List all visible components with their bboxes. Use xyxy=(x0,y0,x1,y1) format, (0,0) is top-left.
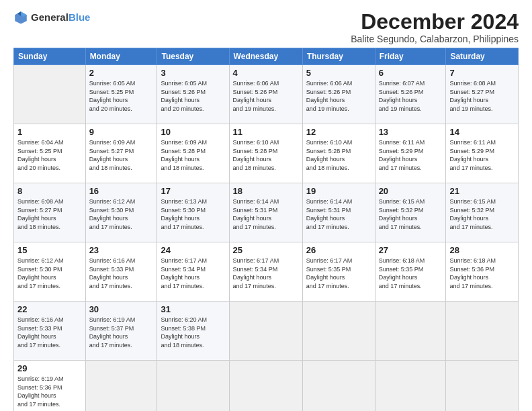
logo-blue: Blue xyxy=(69,12,91,24)
logo-icon xyxy=(13,10,28,25)
day-number: 1 xyxy=(17,127,82,137)
day-number: 31 xyxy=(161,304,225,314)
day-info: Sunrise: 6:09 AM Sunset: 5:27 PM Dayligh… xyxy=(89,138,154,172)
day-info: Sunrise: 6:18 AM Sunset: 5:35 PM Dayligh… xyxy=(379,257,443,290)
table-row xyxy=(375,361,446,411)
day-info: Sunrise: 6:10 AM Sunset: 5:28 PM Dayligh… xyxy=(233,138,299,172)
table-row: 4 Sunrise: 6:06 AM Sunset: 5:26 PM Dayli… xyxy=(229,65,302,124)
table-row: 20 Sunrise: 6:15 AM Sunset: 5:32 PM Dayl… xyxy=(375,183,446,242)
day-number: 27 xyxy=(379,245,443,255)
title-block: December 2024 Balite Segundo, Calabarzon… xyxy=(351,10,519,44)
table-row: 24 Sunrise: 6:17 AM Sunset: 5:34 PM Dayl… xyxy=(157,242,229,302)
table-row: 6 Sunrise: 6:07 AM Sunset: 5:26 PM Dayli… xyxy=(375,65,446,124)
day-info: Sunrise: 6:08 AM Sunset: 5:27 PM Dayligh… xyxy=(449,79,515,113)
table-row: 8 Sunrise: 6:08 AM Sunset: 5:27 PM Dayli… xyxy=(14,183,86,242)
table-row: 30 Sunrise: 6:19 AM Sunset: 5:37 PM Dayl… xyxy=(85,302,157,361)
day-number: 4 xyxy=(233,68,299,78)
day-info: Sunrise: 6:16 AM Sunset: 5:33 PM Dayligh… xyxy=(17,316,82,349)
header-friday: Friday xyxy=(375,48,446,65)
day-number: 28 xyxy=(449,245,515,255)
day-info: Sunrise: 6:19 AM Sunset: 5:37 PM Dayligh… xyxy=(89,316,154,349)
table-row xyxy=(302,361,375,411)
header-monday: Monday xyxy=(85,48,157,65)
table-row: 18 Sunrise: 6:14 AM Sunset: 5:31 PM Dayl… xyxy=(229,183,302,242)
day-number: 13 xyxy=(379,127,443,137)
table-row: 12 Sunrise: 6:10 AM Sunset: 5:28 PM Dayl… xyxy=(302,124,375,183)
header: General Blue December 2024 Balite Segund… xyxy=(13,10,519,44)
day-info: Sunrise: 6:08 AM Sunset: 5:27 PM Dayligh… xyxy=(17,197,82,231)
day-info: Sunrise: 6:15 AM Sunset: 5:32 PM Dayligh… xyxy=(379,197,443,231)
table-row: 14 Sunrise: 6:11 AM Sunset: 5:29 PM Dayl… xyxy=(446,124,519,183)
day-number: 15 xyxy=(17,245,82,255)
table-row: 23 Sunrise: 6:16 AM Sunset: 5:33 PM Dayl… xyxy=(85,242,157,302)
table-row: 13 Sunrise: 6:11 AM Sunset: 5:29 PM Dayl… xyxy=(375,124,446,183)
day-number: 24 xyxy=(161,245,225,255)
day-info: Sunrise: 6:12 AM Sunset: 5:30 PM Dayligh… xyxy=(17,257,82,290)
day-info: Sunrise: 6:15 AM Sunset: 5:32 PM Dayligh… xyxy=(449,197,515,231)
table-row xyxy=(157,361,229,411)
header-wednesday: Wednesday xyxy=(229,48,302,65)
day-info: Sunrise: 6:05 AM Sunset: 5:26 PM Dayligh… xyxy=(161,79,225,113)
table-row xyxy=(14,65,86,124)
day-number: 14 xyxy=(449,127,515,137)
day-info: Sunrise: 6:17 AM Sunset: 5:35 PM Dayligh… xyxy=(306,257,371,290)
day-number: 29 xyxy=(17,363,82,373)
day-info: Sunrise: 6:17 AM Sunset: 5:34 PM Dayligh… xyxy=(233,257,299,290)
table-row: 31 Sunrise: 6:20 AM Sunset: 5:38 PM Dayl… xyxy=(157,302,229,361)
logo-general: General xyxy=(31,12,69,24)
day-info: Sunrise: 6:06 AM Sunset: 5:26 PM Dayligh… xyxy=(306,79,371,113)
day-number: 20 xyxy=(379,186,443,196)
day-info: Sunrise: 6:12 AM Sunset: 5:30 PM Dayligh… xyxy=(89,197,154,231)
day-number: 17 xyxy=(161,186,225,196)
table-row: 17 Sunrise: 6:13 AM Sunset: 5:30 PM Dayl… xyxy=(157,183,229,242)
day-info: Sunrise: 6:06 AM Sunset: 5:26 PM Dayligh… xyxy=(233,79,299,113)
calendar-table: Sunday Monday Tuesday Wednesday Thursday… xyxy=(13,48,519,411)
header-thursday: Thursday xyxy=(302,48,375,65)
table-row: 27 Sunrise: 6:18 AM Sunset: 5:35 PM Dayl… xyxy=(375,242,446,302)
table-row: 16 Sunrise: 6:12 AM Sunset: 5:30 PM Dayl… xyxy=(85,183,157,242)
table-row: 1 Sunrise: 6:04 AM Sunset: 5:25 PM Dayli… xyxy=(14,124,86,183)
table-row: 15 Sunrise: 6:12 AM Sunset: 5:30 PM Dayl… xyxy=(14,242,86,302)
day-info: Sunrise: 6:11 AM Sunset: 5:29 PM Dayligh… xyxy=(449,138,515,172)
table-row: 28 Sunrise: 6:18 AM Sunset: 5:36 PM Dayl… xyxy=(446,242,519,302)
day-info: Sunrise: 6:17 AM Sunset: 5:34 PM Dayligh… xyxy=(161,257,225,290)
day-info: Sunrise: 6:14 AM Sunset: 5:31 PM Dayligh… xyxy=(233,197,299,231)
day-number: 30 xyxy=(89,304,154,314)
main-title: December 2024 xyxy=(351,10,519,34)
day-info: Sunrise: 6:07 AM Sunset: 5:26 PM Dayligh… xyxy=(379,79,443,113)
day-info: Sunrise: 6:20 AM Sunset: 5:38 PM Dayligh… xyxy=(161,316,225,349)
table-row xyxy=(446,361,519,411)
table-row: 19 Sunrise: 6:14 AM Sunset: 5:31 PM Dayl… xyxy=(302,183,375,242)
day-number: 16 xyxy=(89,186,154,196)
day-info: Sunrise: 6:11 AM Sunset: 5:29 PM Dayligh… xyxy=(379,138,443,172)
table-row: 22 Sunrise: 6:16 AM Sunset: 5:33 PM Dayl… xyxy=(14,302,86,361)
day-info: Sunrise: 6:18 AM Sunset: 5:36 PM Dayligh… xyxy=(449,257,515,290)
table-row: 11 Sunrise: 6:10 AM Sunset: 5:28 PM Dayl… xyxy=(229,124,302,183)
table-row: 25 Sunrise: 6:17 AM Sunset: 5:34 PM Dayl… xyxy=(229,242,302,302)
calendar-week-row: 15 Sunrise: 6:12 AM Sunset: 5:30 PM Dayl… xyxy=(14,242,519,302)
table-row xyxy=(302,302,375,361)
logo: General Blue xyxy=(13,10,90,25)
header-saturday: Saturday xyxy=(446,48,519,65)
day-number: 10 xyxy=(161,127,225,137)
sub-title: Balite Segundo, Calabarzon, Philippines xyxy=(351,34,519,44)
day-info: Sunrise: 6:14 AM Sunset: 5:31 PM Dayligh… xyxy=(306,197,371,231)
table-row: 21 Sunrise: 6:15 AM Sunset: 5:32 PM Dayl… xyxy=(446,183,519,242)
day-info: Sunrise: 6:19 AM Sunset: 5:36 PM Dayligh… xyxy=(17,375,82,408)
day-number: 5 xyxy=(306,68,371,78)
table-row xyxy=(375,302,446,361)
day-number: 19 xyxy=(306,186,371,196)
table-row: 3 Sunrise: 6:05 AM Sunset: 5:26 PM Dayli… xyxy=(157,65,229,124)
day-number: 7 xyxy=(449,68,515,78)
day-number: 9 xyxy=(89,127,154,137)
day-info: Sunrise: 6:13 AM Sunset: 5:30 PM Dayligh… xyxy=(161,197,225,231)
day-info: Sunrise: 6:16 AM Sunset: 5:33 PM Dayligh… xyxy=(89,257,154,290)
calendar-week-row: 8 Sunrise: 6:08 AM Sunset: 5:27 PM Dayli… xyxy=(14,183,519,242)
table-row: 9 Sunrise: 6:09 AM Sunset: 5:27 PM Dayli… xyxy=(85,124,157,183)
calendar-week-row: 29 Sunrise: 6:19 AM Sunset: 5:36 PM Dayl… xyxy=(14,361,519,411)
table-row: 7 Sunrise: 6:08 AM Sunset: 5:27 PM Dayli… xyxy=(446,65,519,124)
table-row: 29 Sunrise: 6:19 AM Sunset: 5:36 PM Dayl… xyxy=(14,361,86,411)
calendar-week-row: 22 Sunrise: 6:16 AM Sunset: 5:33 PM Dayl… xyxy=(14,302,519,361)
table-row: 5 Sunrise: 6:06 AM Sunset: 5:26 PM Dayli… xyxy=(302,65,375,124)
calendar-header-row: Sunday Monday Tuesday Wednesday Thursday… xyxy=(14,48,519,65)
